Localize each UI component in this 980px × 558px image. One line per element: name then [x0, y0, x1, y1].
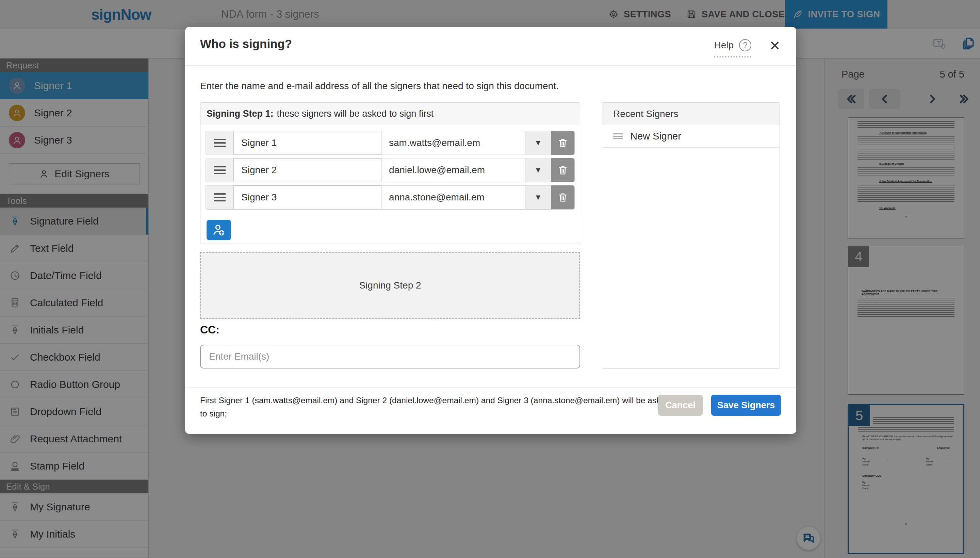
recent-signer-label: New Signer — [630, 131, 681, 142]
caret-down-icon: ▼ — [535, 166, 542, 174]
drag-handle[interactable] — [206, 131, 233, 155]
close-icon[interactable]: × — [770, 36, 780, 54]
add-signer-button[interactable] — [207, 220, 231, 240]
signer-row: Signer 1 sam.watts@email.em ▼ — [205, 131, 575, 155]
help-label: Help — [714, 40, 734, 51]
signing-step-2-dropzone[interactable]: Signing Step 2 — [200, 252, 580, 319]
drag-handle-icon — [214, 139, 226, 147]
drag-handle-icon — [214, 166, 226, 174]
modal-description: Enter the name and e-mail address of all… — [200, 80, 559, 92]
trash-icon — [557, 164, 569, 176]
drag-handle-icon — [214, 193, 226, 202]
who-is-signing-modal: Who is signing? Help ? × Enter the name … — [185, 27, 796, 434]
recent-signers-list: New Signer — [602, 125, 780, 148]
signing-step-1-box: Signing Step 1: these signers will be as… — [200, 102, 580, 244]
trash-icon — [557, 192, 569, 203]
signing-step-1-title: Signing Step 1: — [207, 108, 274, 119]
modal-header: Who is signing? Help ? × — [185, 27, 796, 66]
signer-row: Signer 3 anna.stone@email.em ▼ — [205, 185, 575, 210]
recent-signers-panel: Recent Signers New Signer — [602, 102, 780, 368]
trash-icon — [557, 137, 569, 149]
recent-signer-dropdown[interactable]: ▼ — [525, 185, 551, 209]
modal-footer-divider — [185, 387, 796, 387]
delete-signer-button[interactable] — [551, 131, 575, 155]
signer-name-input[interactable]: Signer 2 — [233, 158, 381, 182]
signer-row: Signer 2 daniel.lowe@email.em ▼ — [205, 158, 575, 182]
signer-rows: Signer 1 sam.watts@email.em ▼ Signer 2 d… — [200, 125, 580, 218]
delete-signer-button[interactable] — [551, 158, 575, 182]
help-link[interactable]: Help ? — [714, 39, 751, 57]
recent-signers-header: Recent Signers — [602, 103, 780, 125]
delete-signer-button[interactable] — [551, 185, 575, 209]
signing-step-1-header: Signing Step 1: these signers will be as… — [200, 103, 580, 125]
recent-signer-dropdown[interactable]: ▼ — [525, 131, 551, 155]
caret-down-icon: ▼ — [535, 193, 542, 202]
cc-email-input[interactable] — [200, 345, 580, 368]
modal-title: Who is signing? — [200, 37, 292, 51]
cc-label: CC: — [200, 323, 220, 336]
signer-email-input[interactable]: anna.stone@email.em — [381, 185, 525, 209]
signer-email-input[interactable]: daniel.lowe@email.em — [381, 158, 525, 182]
person-add-icon — [212, 223, 226, 237]
caret-down-icon: ▼ — [535, 138, 542, 147]
save-signers-button[interactable]: Save Signers — [711, 395, 781, 416]
question-circle-icon: ? — [739, 39, 751, 51]
signing-order-note: First Signer 1 (sam.watts@email.em) and … — [200, 394, 676, 420]
signer-name-input[interactable]: Signer 3 — [233, 185, 381, 209]
cancel-button[interactable]: Cancel — [658, 395, 703, 416]
recent-signer-dropdown[interactable]: ▼ — [525, 158, 551, 182]
signer-email-input[interactable]: sam.watts@email.em — [381, 131, 525, 155]
signing-step-1-subtitle: these signers will be asked to sign firs… — [277, 108, 434, 119]
drag-handle[interactable] — [206, 158, 233, 182]
signing-step-2-label: Signing Step 2 — [359, 280, 421, 291]
recent-signer-item[interactable]: New Signer — [602, 125, 780, 148]
signer-name-input[interactable]: Signer 1 — [233, 131, 381, 155]
drag-handle-icon — [613, 133, 623, 140]
drag-handle[interactable] — [206, 185, 233, 209]
